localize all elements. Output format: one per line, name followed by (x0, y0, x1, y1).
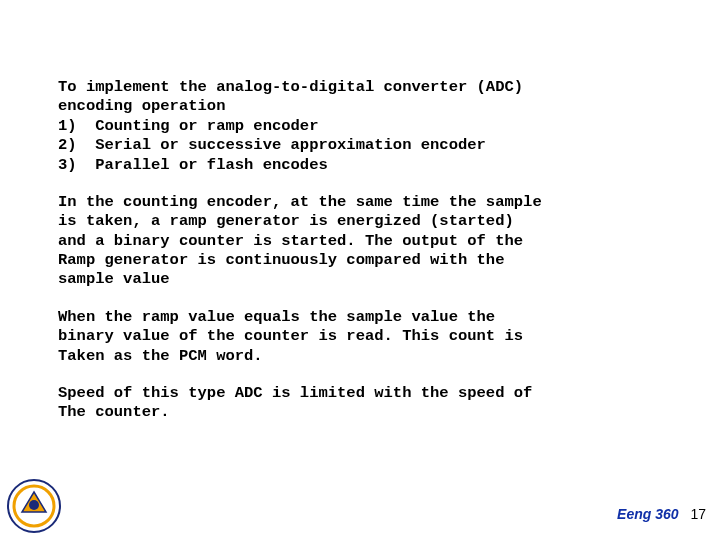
paragraph-2: In the counting encoder, at the same tim… (58, 193, 668, 290)
footer-page-number: 17 (690, 506, 706, 522)
paragraph-4: Speed of this type ADC is limited with t… (58, 384, 668, 423)
svg-point-3 (29, 500, 39, 510)
institution-logo-icon (6, 478, 62, 534)
slide-footer: Eeng 360 17 (617, 506, 706, 522)
paragraph-3: When the ramp value equals the sample va… (58, 308, 668, 366)
paragraph-1: To implement the analog-to-digital conve… (58, 78, 668, 175)
body-text: To implement the analog-to-digital conve… (58, 78, 668, 441)
slide: To implement the analog-to-digital conve… (0, 0, 720, 540)
footer-brand: Eeng 360 (617, 506, 678, 522)
